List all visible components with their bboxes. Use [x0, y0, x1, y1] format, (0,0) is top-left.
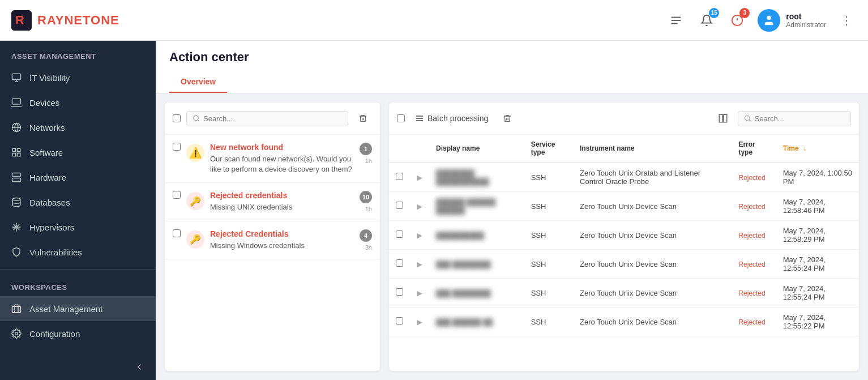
row-instrument-name: Zero Touch Unix Device Scan — [573, 308, 732, 336]
item-meta: 1 1h — [360, 143, 372, 164]
sidebar-item-networks[interactable]: Networks — [0, 115, 156, 140]
col-time[interactable]: Time ↓ — [776, 135, 859, 163]
row-expand-cell[interactable]: ▶ — [410, 163, 429, 192]
row-checkbox[interactable] — [396, 288, 403, 296]
row-checkbox-cell[interactable] — [389, 163, 410, 192]
menu-icon-btn[interactable] — [666, 10, 686, 31]
right-delete-btn[interactable] — [498, 109, 516, 127]
row-checkbox-cell[interactable] — [389, 192, 410, 221]
sidebar-item-hardware[interactable]: Hardware — [0, 165, 156, 190]
content-header: Action center Overview — [156, 41, 868, 93]
more-icon: ⋮ — [841, 14, 852, 27]
sidebar-item-vulnerabilities[interactable]: Vulnerabilities — [0, 240, 156, 264]
left-search-input[interactable] — [203, 114, 342, 123]
row-checkbox-cell[interactable] — [389, 279, 410, 308]
select-all-checkbox-wrap[interactable] — [173, 114, 181, 122]
collapse-btn[interactable] — [0, 354, 156, 380]
item-checkbox[interactable] — [173, 143, 181, 151]
expand-icon[interactable]: ▶ — [417, 231, 422, 240]
right-search-input[interactable] — [755, 114, 845, 123]
sidebar-item-software[interactable]: Software — [0, 140, 156, 165]
item-body: Rejected Credentials Missing Windows cre… — [210, 229, 354, 251]
row-checkbox-cell[interactable] — [389, 308, 410, 336]
row-display-name: ███ ████████ — [429, 279, 524, 308]
status-badge: Rejected — [738, 318, 765, 326]
row-expand-cell[interactable]: ▶ — [410, 279, 429, 308]
svg-point-29 — [194, 116, 199, 121]
col-expand — [410, 135, 429, 163]
item-checkbox-wrap[interactable] — [173, 191, 181, 199]
row-checkbox[interactable] — [396, 202, 403, 209]
expand-icon[interactable]: ▶ — [417, 318, 422, 326]
table-row: ▶ ██████ ██████ ██████ SSH Zero Touch Un… — [389, 192, 859, 221]
item-checkbox[interactable] — [173, 229, 181, 237]
row-instrument-name: Zero Touch Unix Oratab and Listener Cont… — [573, 163, 732, 192]
sidebar-item-databases[interactable]: Databases — [0, 190, 156, 215]
sidebar-label: Databases — [29, 198, 70, 207]
expand-icon[interactable]: ▶ — [417, 260, 422, 268]
row-checkbox[interactable] — [396, 259, 403, 267]
row-display-name: ███ ██████ ██ — [429, 308, 524, 336]
sidebar-item-it-visibility[interactable]: IT Visibility — [0, 65, 156, 90]
sidebar-label: Hardware — [29, 173, 66, 182]
alerts-btn[interactable]: 3 — [727, 10, 747, 31]
svg-text:R: R — [15, 13, 24, 27]
columns-toggle-btn[interactable] — [714, 109, 732, 127]
sidebar-item-devices[interactable]: Devices — [0, 90, 156, 115]
status-badge: Rejected — [738, 232, 765, 240]
item-checkbox-wrap[interactable] — [173, 143, 181, 151]
sidebar-item-hypervisors[interactable]: Hypervisors — [0, 215, 156, 240]
notifications-btn[interactable]: 15 — [696, 10, 717, 31]
globe-icon — [11, 122, 22, 133]
item-checkbox-wrap[interactable] — [173, 229, 181, 237]
row-expand-cell[interactable]: ▶ — [410, 192, 429, 221]
key-red-icon: 🔑 — [190, 234, 201, 245]
item-time: 3h — [365, 244, 372, 251]
shield-icon — [11, 247, 22, 257]
item-body: Rejected credentials Missing UNIX creden… — [210, 191, 354, 212]
row-checkbox[interactable] — [396, 173, 403, 180]
table-container: Display name Service type Instrument nam… — [389, 135, 859, 371]
blurred-name: ██████ ██████ ██████ — [436, 198, 495, 215]
left-delete-btn[interactable] — [354, 109, 372, 127]
panels: ⚠️ New network found Our scan found new … — [156, 93, 868, 380]
expand-icon[interactable]: ▶ — [417, 173, 422, 182]
user-info[interactable]: root Administrator — [758, 9, 826, 32]
right-select-all-checkbox[interactable] — [397, 114, 405, 122]
list-item[interactable]: ⚠️ New network found Our scan found new … — [165, 135, 380, 183]
row-expand-cell[interactable]: ▶ — [410, 221, 429, 250]
select-all-checkbox[interactable] — [173, 114, 181, 122]
list-item[interactable]: 🔑 Rejected credentials Missing UNIX cred… — [165, 183, 380, 221]
list-item[interactable]: 🔑 Rejected Credentials Missing Windows c… — [165, 221, 380, 259]
row-error-type: Rejected — [732, 250, 776, 279]
left-search-box[interactable] — [186, 111, 348, 126]
trash-icon — [503, 114, 512, 123]
row-checkbox-cell[interactable] — [389, 250, 410, 279]
row-error-type: Rejected — [732, 279, 776, 308]
item-title: Rejected Credentials — [210, 229, 354, 238]
row-expand-cell[interactable]: ▶ — [410, 308, 429, 336]
row-checkbox[interactable] — [396, 230, 403, 238]
right-search-box[interactable] — [738, 111, 851, 126]
tab-overview[interactable]: Overview — [169, 71, 227, 93]
row-expand-cell[interactable]: ▶ — [410, 250, 429, 279]
row-checkbox-cell[interactable] — [389, 221, 410, 250]
sidebar-label: Hypervisors — [29, 223, 74, 232]
expand-icon[interactable]: ▶ — [417, 202, 422, 211]
right-select-all-wrap[interactable] — [397, 114, 405, 122]
more-options-btn[interactable]: ⋮ — [836, 10, 857, 31]
panel-list: ⚠️ New network found Our scan found new … — [165, 135, 380, 371]
svg-point-22 — [12, 198, 20, 201]
row-time: May 7, 2024, 12:55:22 PM — [776, 308, 859, 336]
logo: R RAYNETONE — [11, 10, 119, 31]
sidebar-item-configuration[interactable]: Configuration — [0, 321, 156, 346]
item-checkbox[interactable] — [173, 191, 181, 199]
sidebar-label: Vulnerabilities — [29, 247, 82, 257]
row-checkbox[interactable] — [396, 317, 403, 325]
logo-text: RAYNETONE — [37, 13, 119, 28]
item-count: 10 — [360, 191, 372, 203]
batch-processing-btn[interactable]: Batch processing — [411, 112, 493, 125]
col-instrument-name: Instrument name — [573, 135, 732, 163]
expand-icon[interactable]: ▶ — [417, 289, 422, 297]
sidebar-item-asset-management[interactable]: Asset Management — [0, 296, 156, 321]
